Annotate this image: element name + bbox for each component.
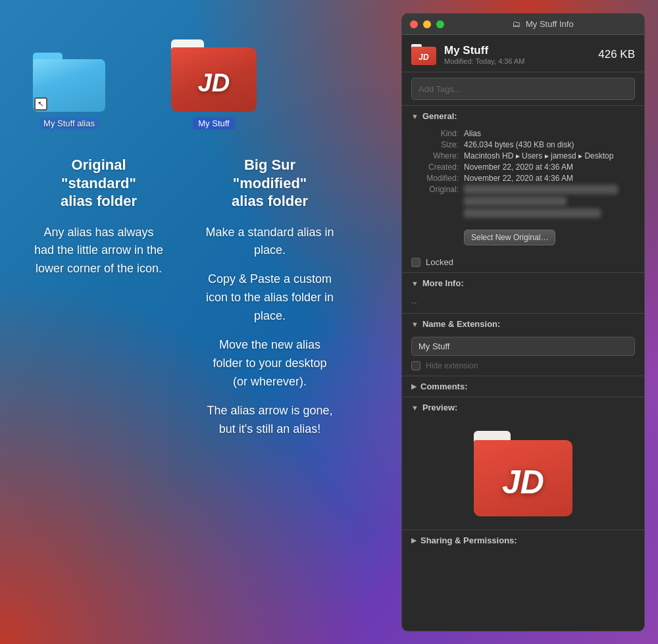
size-label: Size: [411, 140, 459, 149]
sharing-chevron-icon: ▶ [411, 536, 417, 545]
blurred-path-2 [464, 197, 567, 206]
panel-title-text: My Stuff Info [526, 19, 574, 29]
sharing-section: ▶ Sharing & Permissions: [402, 530, 644, 551]
sharing-header[interactable]: ▶ Sharing & Permissions: [402, 530, 644, 551]
general-section-title: General: [422, 111, 457, 121]
col1-body: Any alias has always had the little arro… [33, 224, 164, 279]
file-name: My Stuff [444, 44, 590, 57]
size-row: Size: 426,034 bytes (430 KB on disk) [411, 140, 635, 149]
panel-body: JD My Stuff Modified: Today, 4:36 AM 426… [402, 35, 644, 631]
fi-jd-text: JD [418, 53, 428, 62]
general-chevron-icon: ▼ [411, 112, 418, 120]
more-info-value: -- [411, 297, 417, 307]
created-row: Created: November 22, 2020 at 4:36 AM [411, 162, 635, 172]
panel-title-icon: 🗂 [512, 19, 520, 29]
file-header: JD My Stuff Modified: Today, 4:36 AM 426… [402, 35, 644, 72]
custom-folder-wrapper: JD My Stuff [171, 39, 257, 130]
custom-folder-icon: JD [171, 39, 257, 112]
name-field[interactable]: My Stuff [411, 337, 635, 356]
where-row: Where: Macintosh HD ▸ Users ▸ jamesd ▸ D… [411, 151, 635, 161]
file-size: 426 KB [598, 48, 635, 61]
panel-title: 🗂 My Stuff Info [449, 19, 636, 29]
preview-content: JD [402, 418, 644, 530]
left-content: ↖ My Stuff alias JD My Stuff Original"st… [0, 0, 395, 644]
col1-heading: Original"standard"alias folder [33, 156, 164, 211]
modified-value: November 22, 2020 at 4:36 AM [464, 174, 635, 183]
locked-label: Locked [426, 257, 453, 267]
comments-chevron-icon: ▶ [411, 382, 417, 391]
tags-placeholder: Add Tags... [418, 84, 461, 94]
preview-chevron-icon: ▼ [411, 404, 418, 412]
comments-title: Comments: [420, 382, 468, 391]
locked-checkbox[interactable] [411, 258, 420, 267]
col2-body1: Make a standard alias in place. [204, 224, 336, 260]
blurred-path-3 [464, 209, 601, 218]
pf-jd-text: JD [502, 463, 544, 501]
original-label: Original: [411, 185, 459, 194]
more-info-header[interactable]: ▼ More Info: [402, 273, 644, 293]
preview-title: Preview: [422, 403, 457, 412]
close-button[interactable] [410, 20, 418, 28]
col1: Original"standard"alias folder Any alias… [33, 156, 164, 438]
zoom-button[interactable] [436, 20, 444, 28]
custom-folder-label: My Stuff [193, 117, 234, 130]
info-panel: 🗂 My Stuff Info JD My Stuff Modified: To… [401, 13, 645, 632]
text-columns: Original"standard"alias folder Any alias… [20, 156, 336, 438]
size-value: 426,034 bytes (430 KB on disk) [464, 140, 635, 149]
locked-row: Locked [402, 253, 644, 272]
where-value: Macintosh HD ▸ Users ▸ jamesd ▸ Desktop [464, 151, 635, 161]
more-info-content: -- [402, 293, 644, 313]
hide-ext-label: Hide extension [426, 361, 478, 370]
created-value: November 22, 2020 at 4:36 AM [464, 162, 635, 172]
created-label: Created: [411, 162, 459, 172]
general-section: ▼ General: Kind: Alias Size: 426,034 byt… [402, 105, 644, 253]
hide-ext-row: Hide extension [402, 360, 644, 376]
name-ext-title: Name & Extension: [422, 319, 500, 329]
sharing-title: Sharing & Permissions: [420, 535, 517, 545]
alias-folder-label: My Stuff alias [39, 117, 99, 130]
more-info-section: ▼ More Info: -- [402, 272, 644, 313]
name-ext-section: ▼ Name & Extension: My Stuff Hide extens… [402, 313, 644, 376]
hide-ext-checkbox[interactable] [411, 361, 420, 370]
file-info: My Stuff Modified: Today, 4:36 AM [444, 44, 590, 65]
preview-section: ▼ Preview: JD [402, 397, 644, 530]
fi-body: JD [411, 47, 436, 65]
more-info-title: More Info: [422, 278, 464, 288]
custom-folder-jd: JD [198, 69, 230, 97]
panel-titlebar: 🗂 My Stuff Info [402, 14, 644, 35]
tags-field[interactable]: Add Tags... [411, 78, 635, 100]
original-path-container [464, 185, 635, 220]
alias-folder-icon: ↖ [33, 53, 105, 112]
col2-heading: Big Sur"modified"alias folder [204, 156, 336, 211]
select-new-original-button[interactable]: Select New Original… [464, 230, 555, 245]
pf-body: JD [474, 440, 572, 516]
comments-section: ▶ Comments: [402, 376, 644, 397]
file-icon-small: JD [411, 44, 436, 65]
col2: Big Sur"modified"alias folder Make a sta… [204, 156, 336, 438]
col2-body4: The alias arrow is gone, but it's still … [204, 402, 336, 439]
where-label: Where: [411, 151, 459, 161]
modified-label: Modified: [411, 174, 459, 183]
modified-row: Modified: November 22, 2020 at 4:36 AM [411, 174, 635, 183]
preview-header[interactable]: ▼ Preview: [402, 397, 644, 418]
name-ext-chevron-icon: ▼ [411, 320, 418, 328]
alias-arrow-icon: ↖ [34, 97, 47, 111]
col2-body3: Move the new alias folder to your deskto… [204, 336, 336, 391]
minimize-button[interactable] [423, 20, 431, 28]
file-modified: Modified: Today, 4:36 AM [444, 57, 590, 65]
blurred-path-1 [464, 185, 618, 194]
general-section-content: Kind: Alias Size: 426,034 bytes (430 KB … [402, 126, 644, 253]
general-section-header[interactable]: ▼ General: [402, 106, 644, 126]
icons-row: ↖ My Stuff alias JD My Stuff [20, 39, 257, 130]
alias-folder-container: ↖ My Stuff alias [33, 53, 105, 130]
original-row: Original: [411, 185, 635, 220]
kind-value: Alias [464, 129, 635, 138]
custom-folder-body: JD [171, 47, 257, 112]
preview-folder-icon: JD [474, 431, 572, 516]
col2-body2: Copy & Paste a custom icon to the alias … [204, 270, 336, 326]
kind-row: Kind: Alias [411, 129, 635, 138]
more-info-chevron-icon: ▼ [411, 280, 418, 287]
kind-label: Kind: [411, 129, 459, 138]
comments-header[interactable]: ▶ Comments: [402, 376, 644, 397]
name-ext-header[interactable]: ▼ Name & Extension: [402, 314, 644, 334]
